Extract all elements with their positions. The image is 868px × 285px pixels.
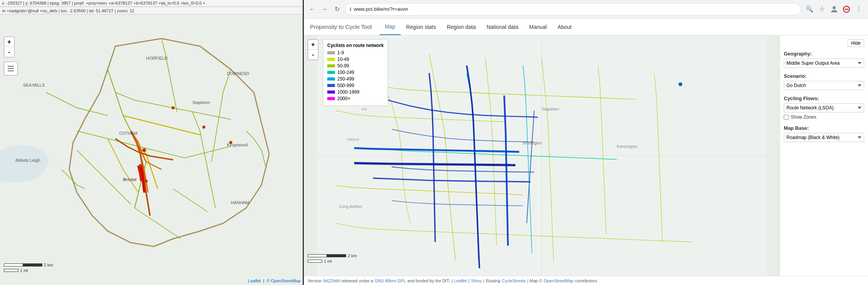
svg-point-30: [678, 82, 682, 86]
svg-text:HORFIELD: HORFIELD: [146, 56, 168, 60]
hide-button[interactable]: Hide: [848, 39, 864, 47]
svg-text:Stapleton: Stapleton: [192, 100, 210, 105]
show-zones-row: Show Zones: [784, 114, 864, 120]
svg-rect-18: [8, 68, 14, 69]
scenario-select[interactable]: Census 2011 Government Target Gender equ…: [784, 81, 864, 90]
right-browser-panel: ← → ↻ ℹ www.pct.bike/m/?r=avon 🔍 ☆ ⋮: [304, 0, 868, 285]
layers-button[interactable]: [4, 62, 18, 75]
legend-color-500-999: [327, 84, 335, 87]
svg-point-5: [172, 106, 175, 109]
sidebar-cycling-flows-section: Cycling Flows: Flows Route Network (LSOA…: [784, 96, 864, 120]
legend-color-2000plus: [327, 97, 335, 100]
separator-1: |: [451, 278, 453, 283]
legend-item-250-499: 250-499: [327, 76, 384, 82]
svg-text:Bristol: Bristol: [123, 177, 137, 182]
browser-back-button[interactable]: ←: [308, 5, 317, 14]
legend-label-50-99: 50-99: [337, 63, 349, 69]
menu-button[interactable]: ⋮: [853, 4, 864, 15]
svg-text:DOWNEND: DOWNEND: [227, 71, 249, 76]
left-second-bar: m +nadgrids=@null +no_defs | lon: -2.635…: [0, 8, 303, 14]
left-zoom-in-button[interactable]: +: [4, 37, 14, 47]
nav-item-region-stats[interactable]: Region stats: [401, 19, 441, 35]
person-icon: [831, 6, 838, 13]
svg-text:Abbots Leigh: Abbots Leigh: [15, 158, 40, 163]
right-zoom-out-button[interactable]: -: [308, 50, 318, 60]
left-qgis-panel: x: -293327 | y: 6704368 | epsg: 3857 | p…: [0, 0, 304, 285]
osm-link-right[interactable]: OpenStreetMap: [544, 278, 574, 283]
nav-item-national-data[interactable]: National data: [481, 19, 524, 35]
show-zones-checkbox[interactable]: [784, 115, 789, 120]
browser-actions: 🔍 ☆ ⋮: [804, 4, 864, 15]
sidebar-scenario-section: Scenario: Census 2011 Government Target …: [784, 73, 864, 90]
left-scale-mi: 1 mi: [20, 268, 28, 273]
svg-text:Brislington: Brislington: [523, 141, 542, 145]
browser-chrome: ← → ↻ ℹ www.pct.bike/m/?r=avon 🔍 ☆ ⋮: [304, 0, 868, 18]
extension-button[interactable]: [841, 4, 852, 15]
svg-text:Stapleton: Stapleton: [542, 107, 559, 111]
bookmark-button[interactable]: ☆: [816, 4, 827, 15]
svg-point-3: [139, 164, 142, 167]
lock-icon: ℹ: [350, 7, 352, 12]
legend-label-250-499: 250-499: [337, 76, 354, 82]
legend-title: Cyclists on route network: [327, 43, 384, 48]
contributors-text: contributors: [575, 278, 597, 283]
right-sidebar: Hide Geography: Middle Super Output Area…: [780, 35, 868, 276]
url-text: www.pct.bike/m/?r=avon: [354, 6, 796, 12]
left-scale-km: 2 km: [44, 263, 53, 267]
legend-item-2000plus: 2000+: [327, 96, 384, 101]
nav-item-region-data[interactable]: Region data: [441, 19, 481, 35]
released-text: released under a: [342, 278, 373, 283]
svg-point-20: [833, 6, 836, 9]
osm-link-left[interactable]: © OpenStreetMap: [267, 278, 301, 283]
map-base-label: Map Base:: [784, 125, 864, 131]
extension-icon: [843, 6, 850, 13]
svg-text:COTHAM: COTHAM: [119, 131, 138, 136]
cycling-flows-select[interactable]: Flows Route Network (LSOA) Route Network…: [784, 103, 864, 112]
geography-select[interactable]: Middle Super Output Area Local Authority…: [784, 59, 864, 68]
legend-item-50-99: 50-99: [327, 63, 384, 69]
svg-point-6: [202, 126, 205, 129]
right-zoom-in-button[interactable]: +: [308, 40, 318, 50]
pct-navbar: Propensity to Cycle Tool Map Region stat…: [304, 18, 868, 35]
browser-forward-button[interactable]: →: [320, 5, 329, 14]
scenario-label: Scenario:: [784, 73, 864, 79]
layers-icon: [7, 65, 15, 72]
map-base-select[interactable]: Roadmap (Black & White) OpenStreetMap Sa…: [784, 133, 864, 142]
nav-item-manual[interactable]: Manual: [524, 19, 552, 35]
left-zoom-out-button[interactable]: -: [4, 47, 14, 57]
right-map[interactable]: Long Ashton Failand Pill Stapleton Brisl…: [304, 35, 780, 276]
legend-color-100-249: [327, 71, 335, 74]
second-bar-text: m +nadgrids=@null +no_defs | lon: -2.635…: [2, 8, 134, 13]
leaflet-link-left[interactable]: Leaflet: [248, 278, 261, 283]
svg-text:SEA MILLS: SEA MILLS: [23, 83, 45, 87]
address-bar[interactable]: ℹ www.pct.bike/m/?r=avon: [345, 3, 801, 15]
left-status-bar: x: -293327 | y: 6704368 | epsg: 3857 | p…: [0, 0, 303, 7]
legend-color-1000-1999: [327, 91, 335, 94]
legend-item-10-49: 10-49: [327, 57, 384, 62]
nav-item-map[interactable]: Map: [380, 19, 401, 35]
svg-point-4: [145, 179, 148, 183]
nav-item-about[interactable]: About: [552, 19, 577, 35]
funded-text: and funded by the DfT.: [407, 278, 450, 283]
map-legend: Cyclists on route network 1-9 10-49 50-9…: [323, 39, 388, 106]
version-label: Version: [308, 278, 322, 283]
person-button[interactable]: [829, 4, 840, 15]
search-button[interactable]: 🔍: [804, 4, 815, 15]
leaflet-link-right[interactable]: Leaflet: [454, 278, 467, 283]
version-link[interactable]: 8d229d4: [323, 278, 340, 283]
license-link[interactable]: GNU Affero GPL: [375, 278, 406, 283]
legend-item-100-249: 100-249: [327, 70, 384, 75]
routing-text: Routing: [486, 278, 500, 283]
svg-rect-19: [8, 70, 14, 71]
bottom-bar: Version 8d229d4 released under a GNU Aff…: [304, 276, 868, 285]
svg-text:Failand: Failand: [347, 137, 359, 141]
cyclestreets-link[interactable]: CycleStreets: [502, 278, 526, 283]
browser-refresh-button[interactable]: ↻: [332, 5, 342, 14]
legend-color-50-99: [327, 64, 335, 67]
show-zones-label[interactable]: Show Zones: [791, 114, 816, 120]
left-zoom-controls: + -: [4, 37, 15, 57]
right-scale-bar: 2 km 1 mi: [308, 253, 357, 264]
shiny-link[interactable]: Shiny: [471, 278, 482, 283]
separator-3: |: [483, 278, 484, 283]
separator-4: | Map ©: [527, 278, 542, 283]
